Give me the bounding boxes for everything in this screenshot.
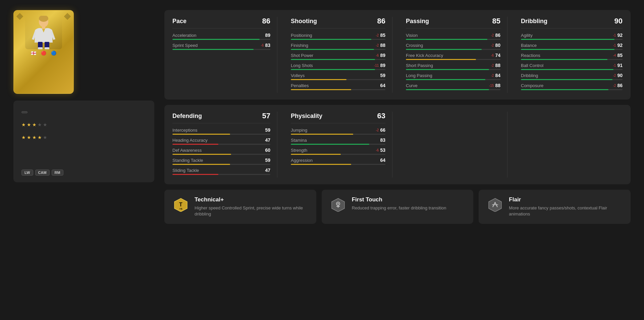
stat-row: Def Awareness60 [172, 147, 270, 155]
stat-row: Sliding Tackle47 [172, 168, 270, 175]
stat-row: Jumping-266 [291, 127, 385, 135]
stat-value: 83 [380, 137, 385, 143]
stat-diff: -2 [491, 44, 494, 47]
stat-value-row: 59 [380, 73, 385, 78]
stat-bar-fill [521, 89, 608, 90]
stat-bar-track [406, 79, 500, 80]
stat-bar-fill [406, 39, 487, 40]
stat-diff: -2 [491, 34, 494, 37]
stat-bar-track [172, 134, 270, 135]
stat-name: Stamina [291, 138, 307, 143]
stat-category-shooting: Shooting86Positioning-285Finishing-288Sh… [287, 17, 392, 93]
stat-bar-track [172, 174, 270, 175]
stat-bar-track [291, 49, 385, 50]
stat-bar-track [521, 49, 623, 50]
stat-name: Vision [406, 33, 418, 38]
stat-value-row: -266 [376, 127, 385, 133]
stat-value: 64 [380, 83, 385, 88]
category-name: Passing [406, 18, 429, 25]
category-score: 90 [614, 17, 623, 25]
stat-name: Dribbling [521, 73, 538, 78]
stats-grid: Pace86Acceleration89Sprint Speed-683Shoo… [172, 17, 623, 93]
stat-diff: -6 [376, 148, 379, 152]
stat-diff: -11 [374, 64, 379, 67]
svg-text:+5: +5 [179, 207, 182, 210]
stat-bar-fill [172, 164, 230, 165]
svg-text:T: T [179, 202, 182, 207]
info-panel: ★ ★ ★ ★ ★ ★ ★ ★ ★ ★ [13, 101, 154, 182]
category-header: Dribbling90 [521, 17, 623, 28]
stat-name: Sliding Tackle [172, 168, 199, 173]
stat-value: 92 [617, 43, 623, 48]
stat-value-row: -485 [613, 53, 623, 58]
stat-bar-track [406, 59, 500, 60]
stat-diff: -2 [491, 74, 494, 77]
first-touch-icon [330, 196, 346, 213]
trait-name: Flair [509, 196, 623, 203]
stat-diff: -6 [491, 54, 494, 57]
stat-bar-track [521, 89, 623, 90]
stat-value-row: 83 [380, 137, 385, 143]
stat-value: 83 [265, 43, 270, 48]
stat-name: Balance [521, 43, 537, 48]
stat-value: 88 [380, 43, 385, 48]
secondary-stats-card: Defending57Interceptions59Heading Accura… [164, 105, 631, 184]
stat-top: Finishing-288 [291, 43, 385, 48]
stat-top: Interceptions59 [172, 127, 270, 133]
stat-top: Agility-192 [521, 33, 623, 38]
category-header: Defending57 [172, 112, 270, 123]
stat-value: 74 [495, 53, 500, 58]
stat-bar-track [291, 39, 385, 40]
skill-star-2: ★ [27, 135, 31, 140]
alt-positions-badges: LW CAM RM [21, 170, 146, 176]
stat-bar-track [291, 89, 385, 90]
stat-top: Penalties64 [291, 83, 385, 88]
stat-diff: -6 [376, 54, 379, 57]
man-city-icon: 🔵 [50, 51, 57, 56]
stat-bar-track [291, 154, 385, 155]
stat-top: Def Awareness60 [172, 147, 270, 153]
stat-value-row: -284 [491, 73, 500, 78]
stat-top: Sliding Tackle47 [172, 168, 270, 173]
stat-bar-fill [291, 69, 375, 70]
trait-card-technical: T +5 Technical+Higher speed Controlled S… [164, 190, 316, 224]
stat-value-row: -653 [376, 147, 385, 153]
stat-name: Positioning [291, 33, 312, 38]
stat-name: Ball Control [521, 63, 543, 68]
stat-value: 89 [265, 33, 270, 38]
skill-star-4: ★ [38, 135, 42, 140]
stat-value: 80 [495, 43, 500, 48]
stat-bar-track [406, 49, 500, 50]
stat-bar-track [521, 39, 623, 40]
stat-bar-fill [291, 144, 369, 145]
stat-value: 89 [380, 63, 385, 68]
stat-category-passing: Passing85Vision-286Crossing-280Free Kick… [402, 17, 507, 93]
stat-top: Long Passing-284 [406, 73, 500, 78]
left-panel: 🏴󠁧󠁢󠁥󠁮󠁧󠁿 🔴 🔵 ★ ★ [13, 10, 154, 224]
stat-category-empty-2 [518, 112, 623, 178]
alt-pos-rm: RM [52, 170, 63, 176]
stat-bar-fill [406, 79, 485, 80]
stat-row: Strength-653 [291, 147, 385, 155]
stat-name: Long Passing [406, 73, 432, 78]
stat-value: 88 [495, 63, 500, 68]
star-1: ★ [21, 122, 26, 127]
category-header: Passing85 [406, 17, 500, 28]
stat-value-row: -192 [613, 33, 623, 38]
stat-row: Free Kick Accuracy-674 [406, 53, 500, 60]
stat-row: Short Passing-288 [406, 63, 500, 70]
stat-row: Ball Control-191 [521, 63, 623, 70]
stat-bar-fill [291, 154, 341, 155]
stat-name: Aggression [291, 158, 313, 163]
category-score: 86 [262, 17, 270, 25]
stat-value: 60 [265, 147, 270, 153]
stat-value: 64 [380, 157, 385, 163]
stat-value: 86 [617, 83, 623, 88]
stat-value: 85 [380, 33, 385, 38]
trait-description: Higher speed Controlled Sprint, precise … [195, 205, 308, 217]
stat-value-row: -674 [491, 53, 500, 58]
trait-description: Reduced trapping error, faster dribbling… [352, 205, 446, 211]
stat-top: Stamina83 [291, 137, 385, 143]
stat-bar-track [406, 39, 500, 40]
stat-bar-fill [406, 89, 489, 90]
